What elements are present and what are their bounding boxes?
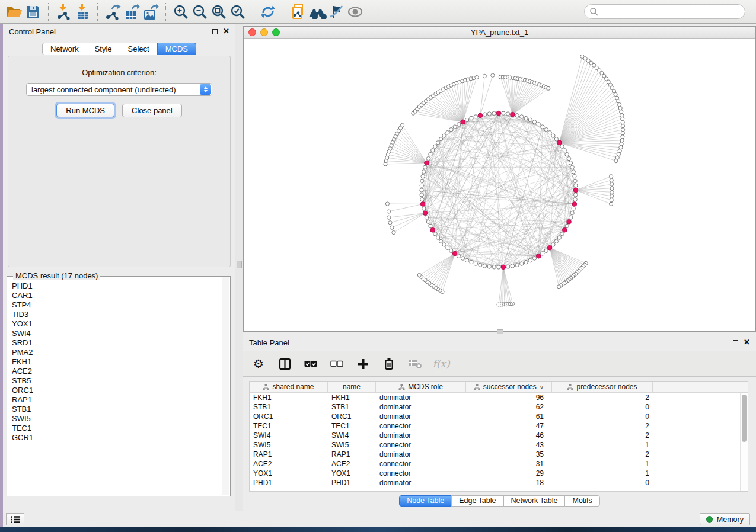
column-header-shared-name[interactable]: shared name (250, 382, 328, 392)
chevron-down-icon[interactable]: ∨ (540, 384, 544, 390)
mcds-result-item[interactable]: ACE2 (12, 367, 222, 376)
horizontal-splitter-handle[interactable] (497, 329, 503, 334)
column-label: MCDS role (408, 383, 443, 391)
zoom-fit-icon[interactable] (209, 3, 228, 21)
column-view-icon[interactable] (277, 357, 292, 371)
run-mcds-button[interactable]: Run MCDS (56, 104, 114, 117)
splitter-handle[interactable] (237, 261, 242, 268)
mcds-result-item[interactable]: STB1 (12, 405, 222, 414)
optimization-criterion-label: Optimization criterion: (8, 68, 230, 77)
mcds-result-item[interactable]: TID3 (12, 310, 222, 319)
main-toolbar (0, 0, 756, 24)
select-all-checkboxes-icon[interactable] (304, 357, 318, 371)
deselect-all-checkboxes-icon[interactable] (330, 357, 344, 371)
optimization-criterion-select[interactable]: largest connected component (undirected) (26, 83, 212, 96)
close-panel-icon[interactable]: ✕ (744, 339, 750, 345)
mcds-result-list[interactable]: PHD1CAR1STP4TID3YOX1SWI4SRD1PMA2FKH1ACE2… (8, 281, 222, 495)
mcds-result-item[interactable]: FKH1 (12, 357, 222, 367)
export-network-icon[interactable] (103, 3, 122, 21)
save-session-icon[interactable] (24, 3, 43, 21)
table-row[interactable]: YOX1YOX1connector291 (250, 469, 748, 478)
close-panel-icon[interactable]: ✕ (223, 28, 229, 34)
tab-motifs[interactable]: Motifs (564, 495, 599, 507)
search-input[interactable] (599, 6, 745, 18)
column-header-successor-nodes[interactable]: successor nodes∨ (466, 382, 552, 392)
network-canvas[interactable] (244, 39, 755, 331)
table-row[interactable]: SWI5SWI5connector431 (250, 440, 748, 450)
mcds-result-item[interactable]: GCR1 (12, 433, 222, 443)
delete-column-icon[interactable] (382, 357, 396, 371)
window-minimize-icon[interactable] (260, 28, 268, 36)
close-panel-button[interactable]: Close panel (122, 104, 182, 117)
mcds-result-item[interactable]: SWI5 (12, 414, 222, 424)
table-cell: 35 (466, 450, 552, 459)
add-column-icon[interactable] (356, 357, 370, 371)
hide-flagged-icon[interactable] (327, 3, 346, 21)
column-header-mcds-role[interactable]: MCDS role (376, 382, 466, 392)
settings-gear-icon[interactable]: ⚙ (251, 357, 266, 371)
zoom-out-icon[interactable] (190, 3, 209, 21)
table-row[interactable]: PHD1PHD1dominator180 (250, 478, 748, 488)
table-row[interactable]: SWI4SWI4dominator462 (250, 431, 748, 440)
tab-edge-table[interactable]: Edge Table (451, 495, 503, 507)
mcds-result-item[interactable]: STB5 (12, 376, 222, 386)
tab-network[interactable]: Network (42, 43, 87, 55)
open-file-icon[interactable] (5, 3, 24, 21)
table-row[interactable]: STB1STB1dominator620 (250, 402, 748, 412)
refresh-icon[interactable] (259, 3, 277, 21)
mcds-result-item[interactable]: STP4 (12, 300, 222, 310)
delete-table-icon[interactable] (408, 357, 422, 371)
result-list-scrollbar[interactable] (222, 277, 229, 495)
function-builder-icon[interactable]: f(x) (434, 357, 448, 371)
task-history-button[interactable] (6, 513, 24, 525)
table-cell: ORC1 (328, 412, 376, 421)
tab-node-table[interactable]: Node Table (399, 495, 452, 507)
column-label: predecessor nodes (576, 383, 637, 391)
mcds-result-item[interactable]: CAR1 (12, 291, 222, 300)
column-header-name[interactable]: name (328, 382, 376, 392)
mcds-result-item[interactable]: ORC1 (12, 386, 222, 395)
float-panel-icon[interactable] (733, 340, 738, 345)
import-table-icon[interactable] (73, 3, 92, 21)
vertical-splitter[interactable] (235, 24, 243, 511)
table-scrollbar[interactable] (740, 393, 748, 491)
tab-select[interactable]: Select (120, 43, 158, 55)
column-header-predecessor-nodes[interactable]: predecessor nodes (552, 382, 653, 392)
mcds-result-group: MCDS result (17 nodes) PHD1CAR1STP4TID3Y… (7, 276, 231, 496)
table-row[interactable]: FKH1FKH1dominator962 (250, 393, 748, 402)
tab-style[interactable]: Style (87, 43, 120, 55)
memory-button[interactable]: Memory (700, 513, 750, 525)
tab-network-table[interactable]: Network Table (503, 495, 566, 507)
mcds-result-item[interactable]: PMA2 (12, 348, 222, 357)
mcds-result-item[interactable]: YOX1 (12, 319, 222, 329)
network-graph[interactable] (244, 39, 755, 331)
zoom-selected-icon[interactable] (228, 3, 247, 21)
export-image-icon[interactable] (141, 3, 160, 21)
mcds-result-item[interactable]: PHD1 (12, 281, 222, 291)
table-header-row: shared namenameMCDS rolesuccessor nodes∨… (250, 382, 748, 393)
import-network-icon[interactable] (54, 3, 73, 21)
clone-network-icon[interactable] (289, 3, 308, 21)
show-eye-icon[interactable] (346, 3, 365, 21)
table-row[interactable]: RAP1RAP1dominator352 (250, 450, 748, 459)
mcds-result-item[interactable]: SWI4 (12, 329, 222, 338)
mcds-result-item[interactable]: TEC1 (12, 424, 222, 433)
zoom-in-icon[interactable] (171, 3, 190, 21)
network-window-titlebar[interactable]: YPA_prune.txt_1 (244, 27, 755, 39)
table-row[interactable]: ACE2ACE2connector311 (250, 459, 748, 469)
float-panel-icon[interactable] (212, 29, 218, 34)
mcds-result-item[interactable]: RAP1 (12, 395, 222, 405)
table-cell: dominator (376, 450, 466, 459)
table-cell: dominator (376, 431, 466, 440)
tab-mcds[interactable]: MCDS (157, 43, 196, 55)
window-maximize-icon[interactable] (272, 28, 280, 36)
window-close-icon[interactable] (248, 28, 256, 36)
mcds-result-title: MCDS result (17 nodes) (13, 271, 100, 280)
export-table-icon[interactable] (122, 3, 141, 21)
table-cell: ACE2 (328, 459, 376, 469)
binoculars-icon[interactable] (308, 3, 327, 21)
mcds-result-item[interactable]: SRD1 (12, 338, 222, 348)
scrollbar-thumb[interactable] (742, 395, 747, 442)
table-row[interactable]: TEC1TEC1connector472 (250, 421, 748, 431)
table-row[interactable]: ORC1ORC1dominator610 (250, 412, 748, 421)
